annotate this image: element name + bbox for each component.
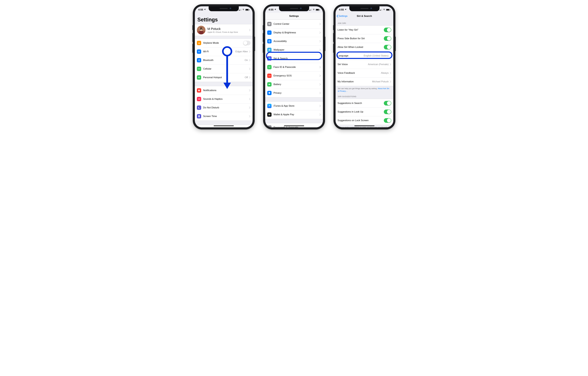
row-sounds-haptics[interactable]: Sounds & Haptics	[195, 95, 252, 103]
row-suggestions-lockscreen[interactable]: Suggestions on Lock Screen	[336, 116, 393, 125]
row-label: Listen for “Hey Siri”	[337, 28, 358, 31]
status-time: 4:55	[339, 8, 344, 11]
row-cellular[interactable]: Cellular	[195, 65, 252, 73]
chevron-icon	[319, 92, 321, 94]
svg-text:SOS: SOS	[268, 75, 271, 77]
toggle-hey-siri[interactable]	[384, 28, 391, 32]
row-label: Personal Hotspot	[203, 76, 222, 79]
chevron-icon	[319, 75, 321, 77]
chevron-icon	[389, 63, 391, 66]
row-press-side[interactable]: Press Side Button for Siri	[336, 34, 393, 43]
svg-rect-4	[200, 27, 202, 29]
row-control-center[interactable]: Control Center	[265, 20, 323, 28]
notch	[209, 6, 239, 11]
signal-icon	[309, 9, 312, 11]
row-siri-voice[interactable]: Siri Voice American (Female)	[336, 60, 393, 69]
chevron-icon	[319, 105, 321, 107]
chevron-icon	[319, 32, 321, 34]
appstore-icon	[267, 104, 272, 108]
row-value: Edgar Allen	[235, 50, 248, 53]
row-label: Passwords & Accounts	[273, 126, 298, 127]
toggle-airplane[interactable]	[243, 41, 251, 45]
row-suggestions-lookup[interactable]: Suggestions in Look Up	[336, 108, 393, 116]
privacy-icon	[267, 91, 272, 95]
row-appleid-profile[interactable]: M Potuck Apple ID, iCloud, iTunes & App …	[195, 24, 252, 36]
toggle-press-side[interactable]	[384, 36, 391, 41]
chevron-icon	[389, 55, 391, 57]
row-airplane-mode[interactable]: Airplane Mode	[195, 39, 252, 47]
home-indicator	[284, 125, 304, 126]
svg-point-17	[270, 23, 270, 24]
accessibility-icon	[267, 39, 272, 44]
nav-title: Siri & Search	[357, 15, 372, 18]
wifi-icon	[313, 9, 315, 11]
row-label: Wallpaper	[273, 48, 284, 51]
row-siri-search[interactable]: Siri & Search	[265, 54, 323, 63]
row-battery[interactable]: Battery	[265, 80, 323, 89]
row-label: Siri & Search	[273, 57, 288, 60]
row-accessibility[interactable]: Accessibility	[265, 37, 323, 45]
row-label: My Information	[337, 80, 354, 83]
svg-rect-7	[199, 31, 203, 34]
profile-name: M Potuck	[208, 27, 238, 31]
sounds-icon	[197, 97, 201, 101]
chevron-icon	[319, 83, 321, 86]
row-my-information[interactable]: My Information Michael Potuck	[336, 77, 393, 86]
row-itunes-appstore[interactable]: iTunes & App Store	[265, 102, 323, 110]
chevron-icon	[319, 40, 321, 42]
svg-rect-34	[269, 114, 270, 115]
hotspot-icon	[197, 75, 201, 80]
row-allow-when-locked[interactable]: Allow Siri When Locked	[336, 43, 393, 51]
svg-rect-33	[269, 114, 270, 114]
row-label: Face ID & Passcode	[273, 66, 296, 68]
svg-point-16	[269, 24, 270, 25]
cellular-icon	[197, 67, 201, 71]
chevron-icon	[319, 23, 321, 25]
row-label: Suggestions in Search	[337, 102, 362, 105]
row-wifi[interactable]: Wi-Fi Edgar Allen	[195, 47, 252, 56]
section-header-ask-siri: Ask Siri	[336, 20, 393, 25]
row-passwords-accounts[interactable]: Passwords & Accounts	[265, 123, 323, 127]
toggle-suggestions-lock[interactable]	[384, 118, 391, 123]
row-value: English (United States)	[364, 54, 389, 57]
row-language[interactable]: Language English (United States)	[336, 51, 393, 60]
toggle-allow-locked[interactable]	[384, 45, 391, 49]
row-voice-feedback[interactable]: Voice Feedback Always	[336, 69, 393, 77]
row-personal-hotspot[interactable]: Personal Hotspot Off	[195, 73, 252, 82]
chevron-icon	[249, 115, 251, 117]
row-label: Do Not Disturb	[203, 106, 219, 109]
row-screen-time[interactable]: Screen Time	[195, 112, 252, 121]
row-suggestions-search[interactable]: Suggestions in Search	[336, 99, 393, 108]
row-value: Always	[381, 72, 389, 75]
row-privacy[interactable]: Privacy	[265, 89, 323, 97]
chevron-icon	[249, 107, 251, 109]
svg-rect-35	[269, 115, 270, 115]
row-wallpaper[interactable]: Wallpaper	[265, 45, 323, 54]
toggle-suggestions-lookup[interactable]	[384, 110, 391, 114]
row-listen-hey-siri[interactable]: Listen for “Hey Siri”	[336, 26, 393, 34]
svg-rect-30	[269, 84, 270, 85]
toggle-suggestions-search[interactable]	[384, 101, 391, 106]
row-do-not-disturb[interactable]: Do Not Disturb	[195, 103, 252, 112]
display-icon: AA	[267, 31, 272, 35]
row-label: Allow Siri When Locked	[337, 46, 363, 49]
row-bluetooth[interactable]: Bluetooth On	[195, 56, 252, 65]
row-label: Suggestions in Look Up	[337, 111, 363, 113]
chevron-icon	[319, 66, 321, 68]
nav-title: Settings	[289, 15, 299, 18]
row-display-brightness[interactable]: AA Display & Brightness	[265, 28, 323, 37]
nav-back[interactable]: Settings	[336, 13, 347, 20]
nav-bar: Settings	[265, 13, 323, 20]
row-notifications[interactable]: Notifications	[195, 86, 252, 95]
row-faceid-passcode[interactable]: Face ID & Passcode	[265, 63, 323, 71]
status-time: 4:55	[269, 8, 273, 11]
svg-rect-5	[200, 29, 201, 30]
row-wallet-applepay[interactable]: Wallet & Apple Pay	[265, 110, 323, 119]
battery-icon	[245, 9, 249, 11]
airplane-icon	[197, 41, 201, 45]
row-label: Notifications	[203, 89, 217, 92]
row-label: Wi-Fi	[203, 50, 209, 53]
row-emergency-sos[interactable]: SOS Emergency SOS	[265, 71, 323, 80]
chevron-icon	[389, 80, 391, 83]
signal-icon	[239, 9, 241, 11]
